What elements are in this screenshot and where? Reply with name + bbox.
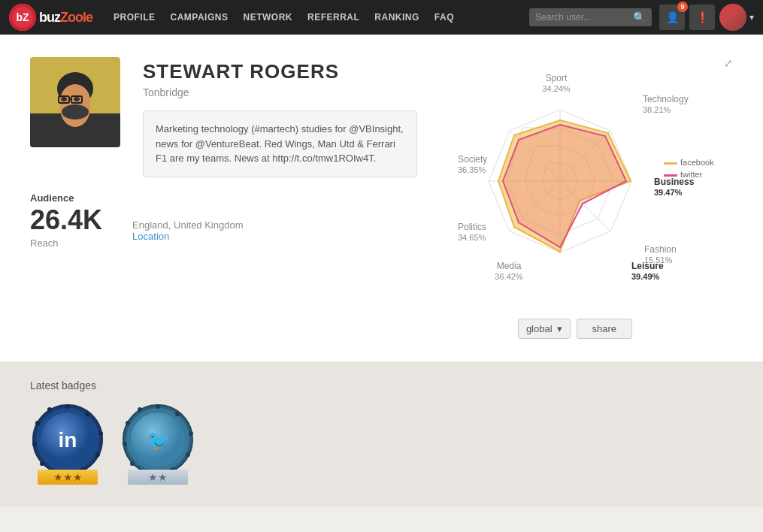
svg-point-67 xyxy=(189,431,193,436)
svg-text:38.21%: 38.21% xyxy=(643,105,671,114)
location-label: Location xyxy=(132,231,243,242)
svg-text:39.47%: 39.47% xyxy=(654,188,683,197)
svg-point-11 xyxy=(61,97,67,101)
badges-section: Latest badges xyxy=(0,361,763,507)
badge-twitter-svg: 🐦 xyxy=(122,404,194,476)
svg-text:34.65%: 34.65% xyxy=(458,233,486,242)
badge-linkedin-svg: in xyxy=(32,404,104,476)
dropdown-label: global xyxy=(526,323,553,334)
notification-badge: 9 xyxy=(677,2,688,12)
nav-faq[interactable]: FAQ xyxy=(427,12,462,23)
svg-point-65 xyxy=(156,404,160,409)
svg-text:36.35%: 36.35% xyxy=(458,165,486,174)
svg-text:bZ: bZ xyxy=(16,11,29,23)
svg-text:39.49%: 39.49% xyxy=(631,272,660,281)
svg-point-54 xyxy=(95,452,100,457)
user-avatar[interactable] xyxy=(719,4,746,31)
expand-icon[interactable]: ⤢ xyxy=(724,57,733,69)
svg-point-72 xyxy=(123,442,127,446)
svg-text:Sport: Sport xyxy=(546,73,568,83)
svg-text:twitter: twitter xyxy=(680,170,703,179)
badge-linkedin: in ★★★ xyxy=(30,404,105,485)
logo-icon: bZ xyxy=(9,4,36,31)
svg-point-12 xyxy=(74,97,80,101)
audience-label: Audience xyxy=(30,192,102,204)
svg-text:36.42%: 36.42% xyxy=(495,272,523,281)
profile-name: STEWART ROGERS xyxy=(143,60,417,83)
search-bar[interactable]: 🔍 xyxy=(529,8,652,26)
region-dropdown[interactable]: global ▾ xyxy=(518,319,571,339)
audience-stat: Audience 26.4K Reach xyxy=(30,192,102,249)
svg-point-74 xyxy=(138,407,142,412)
badges-list: in ★★★ xyxy=(30,404,733,485)
chart-controls: global ▾ share xyxy=(417,319,733,339)
profile-top: STEWART ROGERS Tonbridge Marketing techn… xyxy=(30,57,417,177)
svg-text:🐦: 🐦 xyxy=(146,428,171,452)
svg-text:Society: Society xyxy=(458,154,487,165)
nav-referral[interactable]: REFERRAL xyxy=(300,12,367,23)
reach-value: 26.4K xyxy=(30,205,102,235)
svg-point-68 xyxy=(186,452,190,457)
profile-avatar xyxy=(30,57,120,147)
svg-point-59 xyxy=(35,421,40,425)
chart-legend: facebook twitter xyxy=(664,158,714,179)
location-stat: England, United Kingdom Location xyxy=(132,192,243,249)
main-content: STEWART ROGERS Tonbridge Marketing techn… xyxy=(0,35,763,361)
profile-city: Tonbridge xyxy=(143,86,417,98)
svg-point-13 xyxy=(62,104,89,119)
svg-text:15.51%: 15.51% xyxy=(644,255,673,264)
search-icon: 🔍 xyxy=(633,11,646,23)
navbar: bZ buzZoole PROFILE CAMPAIGNS NETWORK RE… xyxy=(0,0,763,35)
svg-rect-46 xyxy=(664,174,677,177)
nav-profile[interactable]: PROFILE xyxy=(106,12,163,23)
svg-text:Technology: Technology xyxy=(643,94,689,104)
reach-label: Reach xyxy=(30,237,102,249)
svg-text:facebook: facebook xyxy=(680,158,714,167)
alerts-btn[interactable]: ❗ xyxy=(689,5,715,30)
profile-stats: Audience 26.4K Reach England, United Kin… xyxy=(30,192,417,249)
svg-text:Fashion: Fashion xyxy=(644,244,677,255)
svg-point-57 xyxy=(40,461,44,466)
search-input[interactable] xyxy=(535,12,633,23)
svg-point-71 xyxy=(130,461,135,466)
badge-twitter: 🐦 ★★ xyxy=(120,404,195,485)
svg-point-53 xyxy=(98,431,103,436)
nav-campaigns[interactable]: CAMPAIGNS xyxy=(163,12,236,23)
svg-text:34.24%: 34.24% xyxy=(542,84,571,93)
radar-chart: Sport 34.24% Technology 38.21% Business … xyxy=(417,57,733,313)
nav-ranking[interactable]: RANKING xyxy=(367,12,427,23)
svg-point-66 xyxy=(175,412,180,416)
svg-text:Media: Media xyxy=(497,261,522,271)
profile-left: STEWART ROGERS Tonbridge Marketing techn… xyxy=(30,57,417,339)
profile-bio: Marketing technology (#martech) studies … xyxy=(143,110,417,177)
notifications-btn[interactable]: 👤 9 xyxy=(659,5,685,30)
svg-point-58 xyxy=(32,442,37,446)
svg-text:in: in xyxy=(59,428,77,452)
radar-grid xyxy=(489,110,631,252)
nav-network[interactable]: NETWORK xyxy=(235,12,300,23)
location-value: England, United Kingdom xyxy=(132,219,243,231)
radar-svg: Sport 34.24% Technology 38.21% Business … xyxy=(440,65,710,305)
logo[interactable]: bZ buzZoole xyxy=(9,4,92,31)
svg-point-52 xyxy=(85,412,89,416)
profile-right: ⤢ Sport 34.24% Technology 38.21% Busines… xyxy=(417,57,733,339)
notifications-icon: 👤 xyxy=(666,11,679,23)
svg-rect-44 xyxy=(664,162,677,165)
profile-info: STEWART ROGERS Tonbridge Marketing techn… xyxy=(143,57,417,177)
logo-text: buzZoole xyxy=(39,10,92,26)
svg-text:Politics: Politics xyxy=(458,222,486,232)
svg-point-60 xyxy=(47,407,52,412)
svg-point-73 xyxy=(126,421,130,425)
badges-title: Latest badges xyxy=(30,379,733,391)
dropdown-arrow-icon: ▾ xyxy=(557,323,562,334)
share-button[interactable]: share xyxy=(577,319,633,339)
svg-point-51 xyxy=(65,404,70,409)
alert-icon: ❗ xyxy=(696,11,709,23)
avatar-dropdown-arrow[interactable]: ▾ xyxy=(749,12,754,23)
